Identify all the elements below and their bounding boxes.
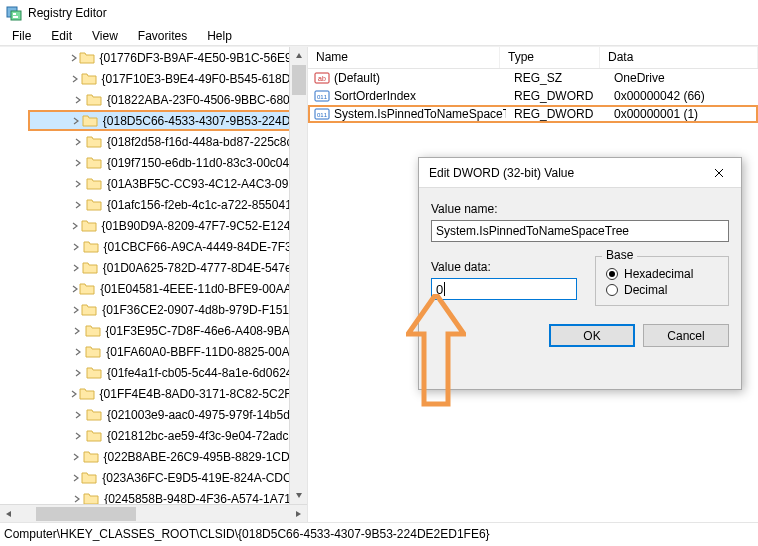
- chevron-right-icon[interactable]: [70, 390, 79, 398]
- tree-item[interactable]: {01822ABA-23F0-4506-9BBC-680F5: [0, 89, 307, 110]
- col-type[interactable]: Type: [500, 47, 600, 68]
- tree-vscroll[interactable]: [289, 47, 307, 504]
- tree-item-label: {017F10E3-B9E4-49F0-B545-618DE3: [100, 72, 307, 86]
- dialog-title: Edit DWORD (32-bit) Value: [429, 166, 697, 180]
- tree-item[interactable]: {01afc156-f2eb-4c1c-a722-8550417: [0, 194, 307, 215]
- menu-view[interactable]: View: [82, 27, 128, 45]
- svg-text:011: 011: [317, 94, 328, 100]
- tree-item[interactable]: {017F10E3-B9E4-49F0-B545-618DE3: [0, 68, 307, 89]
- list-row[interactable]: 011System.IsPinnedToNameSpaceTreeREG_DWO…: [308, 105, 758, 123]
- menu-bar: File Edit View Favorites Help: [0, 26, 758, 46]
- folder-icon: [86, 176, 102, 192]
- chevron-right-icon[interactable]: [70, 285, 79, 293]
- chevron-right-icon[interactable]: [70, 348, 85, 356]
- chevron-right-icon[interactable]: [70, 222, 81, 230]
- tree-item[interactable]: {01FF4E4B-8AD0-3171-8C82-5C2F48: [0, 383, 307, 404]
- chevron-right-icon[interactable]: [70, 369, 86, 377]
- svg-rect-3: [13, 16, 18, 18]
- regedit-icon: [6, 5, 22, 21]
- svg-text:011: 011: [317, 112, 328, 118]
- tree-item[interactable]: {018D5C66-4533-4307-9B53-224DE2: [28, 110, 307, 131]
- scroll-right-icon[interactable]: [289, 505, 307, 523]
- folder-icon: [82, 113, 98, 129]
- svg-text:ab: ab: [318, 75, 326, 82]
- tree-item[interactable]: {01fe4a1f-cb05-5c44-8a1e-6d06249: [0, 362, 307, 383]
- tree-item-label: {022B8ABE-26C9-495B-8829-1CDD5: [102, 450, 307, 464]
- tree-item-label: {019f7150-e6db-11d0-83c3-00c04fd: [105, 156, 301, 170]
- chevron-right-icon[interactable]: [70, 432, 86, 440]
- tree-item-label: {01776DF3-B9AF-4E50-9B1C-56E931: [98, 51, 307, 65]
- tree-item[interactable]: {018f2d58-f16d-448a-bd87-225c8c5: [0, 131, 307, 152]
- chevron-right-icon[interactable]: [70, 453, 83, 461]
- radio-hex[interactable]: Hexadecimal: [606, 267, 718, 281]
- row-type: REG_DWORD: [506, 89, 606, 103]
- chevron-right-icon[interactable]: [70, 411, 86, 419]
- scroll-left-icon[interactable]: [0, 505, 18, 523]
- tree-item[interactable]: {01F36CE2-0907-4d8b-979D-F151BE: [0, 299, 307, 320]
- tree-item[interactable]: {019f7150-e6db-11d0-83c3-00c04fd: [0, 152, 307, 173]
- chevron-right-icon[interactable]: [70, 159, 86, 167]
- folder-icon: [86, 428, 102, 444]
- chevron-right-icon[interactable]: [70, 201, 86, 209]
- chevron-right-icon[interactable]: [70, 495, 83, 503]
- value-name-input[interactable]: [431, 220, 729, 242]
- value-data-input[interactable]: 0: [431, 278, 577, 300]
- row-name: System.IsPinnedToNameSpaceTree: [334, 107, 506, 121]
- tree-item[interactable]: {01D0A625-782D-4777-8D4E-547e64: [0, 257, 307, 278]
- tree-item[interactable]: {01F3E95C-7D8F-46e6-A408-9BA5D: [0, 320, 307, 341]
- menu-help[interactable]: Help: [197, 27, 242, 45]
- menu-edit[interactable]: Edit: [41, 27, 82, 45]
- chevron-right-icon[interactable]: [70, 306, 81, 314]
- tree-item-label: {01822ABA-23F0-4506-9BBC-680F5: [105, 93, 306, 107]
- list-row[interactable]: ab(Default)REG_SZOneDrive: [308, 69, 758, 87]
- col-name[interactable]: Name: [308, 47, 500, 68]
- chevron-right-icon[interactable]: [70, 96, 86, 104]
- chevron-right-icon[interactable]: [70, 138, 86, 146]
- scroll-up-icon[interactable]: [290, 47, 308, 65]
- folder-icon: [81, 302, 97, 318]
- chevron-right-icon[interactable]: [70, 243, 83, 251]
- dialog-title-bar[interactable]: Edit DWORD (32-bit) Value: [419, 158, 741, 188]
- tree-item[interactable]: {01E04581-4EEE-11d0-BFE9-00AA00: [0, 278, 307, 299]
- tree-item[interactable]: {021003e9-aac0-4975-979f-14b5d4e: [0, 404, 307, 425]
- tree-hscroll[interactable]: [0, 504, 307, 522]
- svg-marker-7: [296, 511, 301, 517]
- tree-item[interactable]: {01FA60A0-BBFF-11D0-8825-00A0C: [0, 341, 307, 362]
- chevron-right-icon[interactable]: [70, 474, 81, 482]
- chevron-right-icon[interactable]: [70, 54, 79, 62]
- col-data[interactable]: Data: [600, 47, 758, 68]
- value-name-label: Value name:: [431, 202, 729, 216]
- tree-item-label: {021003e9-aac0-4975-979f-14b5d4e: [105, 408, 305, 422]
- folder-icon: [86, 407, 102, 423]
- tree-item-label: {01B90D9A-8209-47F7-9C52-E1244E: [100, 219, 307, 233]
- row-name: SortOrderIndex: [334, 89, 506, 103]
- menu-favorites[interactable]: Favorites: [128, 27, 197, 45]
- status-path: Computer\HKEY_CLASSES_ROOT\CLSID\{018D5C…: [4, 527, 490, 541]
- ok-button[interactable]: OK: [549, 324, 635, 347]
- tree-item[interactable]: {01CBCF66-A9CA-4449-84DE-7F321: [0, 236, 307, 257]
- chevron-right-icon[interactable]: [70, 327, 85, 335]
- folder-icon: [83, 239, 99, 255]
- tree-item-label: {01D0A625-782D-4777-8D4E-547e64: [101, 261, 307, 275]
- chevron-right-icon[interactable]: [70, 264, 82, 272]
- chevron-right-icon[interactable]: [70, 180, 86, 188]
- radio-dec[interactable]: Decimal: [606, 283, 718, 297]
- scroll-down-icon[interactable]: [290, 486, 308, 504]
- row-data: OneDrive: [606, 71, 758, 85]
- tree-item-label: {01FA60A0-BBFF-11D0-8825-00A0C: [104, 345, 307, 359]
- menu-file[interactable]: File: [2, 27, 41, 45]
- tree-item[interactable]: {022B8ABE-26C9-495B-8829-1CDD5: [0, 446, 307, 467]
- tree-item[interactable]: {01776DF3-B9AF-4E50-9B1C-56E931: [0, 47, 307, 68]
- tree-item-label: {01E04581-4EEE-11d0-BFE9-00AA00: [98, 282, 307, 296]
- cancel-button[interactable]: Cancel: [643, 324, 729, 347]
- folder-icon: [79, 281, 95, 297]
- tree-item[interactable]: {01B90D9A-8209-47F7-9C52-E1244E: [0, 215, 307, 236]
- chevron-right-icon[interactable]: [70, 75, 81, 83]
- chevron-right-icon[interactable]: [70, 117, 82, 125]
- close-button[interactable]: [697, 158, 741, 188]
- tree-item[interactable]: {01A3BF5C-CC93-4C12-A4C3-09B0: [0, 173, 307, 194]
- tree-item[interactable]: {021812bc-ae59-4f3c-9e04-72adc0a: [0, 425, 307, 446]
- tree-item[interactable]: {023A36FC-E9D5-419E-824A-CDC66: [0, 467, 307, 488]
- list-row[interactable]: 011SortOrderIndexREG_DWORD0x00000042 (66…: [308, 87, 758, 105]
- tree-item-label: {018f2d58-f16d-448a-bd87-225c8c5: [105, 135, 301, 149]
